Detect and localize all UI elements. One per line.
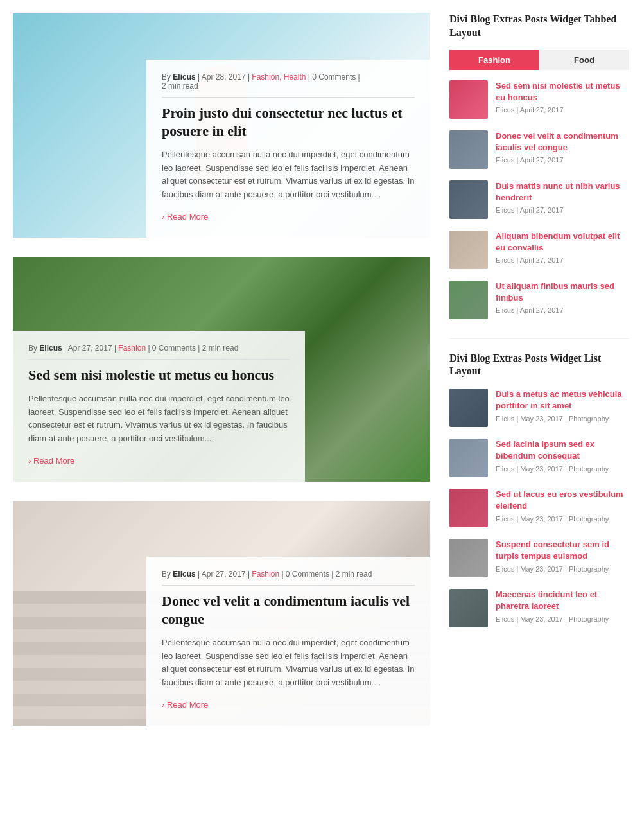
- list-post-meta-1: Elicus | May 23, 2017 | Photography: [496, 465, 629, 473]
- post-excerpt-1: Pellentesque accumsan nulla nec dui impe…: [162, 148, 415, 202]
- meta-author-2: Elicus: [39, 344, 62, 353]
- tabbed-post-item-4: Ut aliquam finibus mauris sed finibus El…: [449, 281, 629, 319]
- tabbed-thumb-2: [449, 180, 488, 219]
- list-post-item-4: Maecenas tincidunt leo et pharetra laore…: [449, 589, 629, 627]
- list-post-item-3: Suspend consectetur sem id turpis tempus…: [449, 539, 629, 577]
- list-post-title-0: Duis a metus ac metus vehicula porttitor…: [496, 389, 629, 412]
- tabbed-post-title-1: Donec vel velit a condimentum iaculis ve…: [496, 130, 629, 153]
- post-excerpt-3: Pellentesque accumsan nulla nec dui impe…: [162, 636, 415, 690]
- tab-nav: Fashion Food: [449, 50, 629, 70]
- list-post-item-1: Sed lacinia ipsum sed ex bibendum conseq…: [449, 439, 629, 477]
- list-post-meta-0: Elicus | May 23, 2017 | Photography: [496, 415, 629, 423]
- list-thumb-0: [449, 389, 488, 427]
- read-more-2[interactable]: › Read More: [28, 456, 74, 466]
- widget1-title: Divi Blog Extras Posts Widget Tabbed Lay…: [449, 13, 629, 40]
- main-content: By Elicus | Apr 28, 2017 | Fashion, Heal…: [13, 13, 430, 745]
- read-more-3[interactable]: › Read More: [162, 700, 208, 710]
- meta-categories-3[interactable]: Fashion: [252, 570, 279, 579]
- widget2-title: Divi Blog Extras Posts Widget List Layou…: [449, 352, 629, 379]
- list-thumb-3: [449, 539, 488, 577]
- tabbed-thumb-1: [449, 130, 488, 169]
- tabbed-post-item-1: Donec vel velit a condimentum iaculis ve…: [449, 130, 629, 169]
- tabbed-post-meta-4: Elicus | April 27, 2017: [496, 306, 629, 314]
- widget-divider: [449, 338, 629, 339]
- post-title-1: Proin justo dui consectetur nec luctus e…: [162, 104, 415, 141]
- tabbed-thumb-0: [449, 80, 488, 119]
- list-post-item-0: Duis a metus ac metus vehicula porttitor…: [449, 389, 629, 427]
- meta-readtime-1: 2 min read: [162, 82, 198, 91]
- tab-fashion-button[interactable]: Fashion: [449, 50, 539, 70]
- post-overlay-3: By Elicus | Apr 27, 2017 | Fashion | 0 C…: [146, 557, 430, 726]
- tabbed-post-title-0: Sed sem nisi molestie ut metus eu honcus: [496, 80, 629, 103]
- widget-tabbed: Divi Blog Extras Posts Widget Tabbed Lay…: [449, 13, 629, 319]
- tabbed-post-title-2: Duis mattis nunc ut nibh varius hendreri…: [496, 180, 629, 204]
- post-overlay-1: By Elicus | Apr 28, 2017 | Fashion, Heal…: [146, 60, 430, 238]
- tabbed-post-meta-1: Elicus | April 27, 2017: [496, 156, 629, 164]
- tabbed-post-title-3: Aliquam bibendum volutpat elit eu conval…: [496, 231, 629, 254]
- meta-author-3: Elicus: [173, 570, 195, 579]
- tabbed-posts-list: Sed sem nisi molestie ut metus eu honcus…: [449, 80, 629, 319]
- meta-by-1: By: [162, 73, 173, 82]
- post-card-3: By Elicus | Apr 27, 2017 | Fashion | 0 C…: [13, 501, 430, 726]
- post-excerpt-2: Pellentesque accumsan nulla nec dui impe…: [28, 392, 290, 446]
- meta-comments-2: 0 Comments: [152, 344, 196, 353]
- tabbed-post-title-4: Ut aliquam finibus mauris sed finibus: [496, 281, 629, 304]
- post-card-1: By Elicus | Apr 28, 2017 | Fashion, Heal…: [13, 13, 430, 238]
- tabbed-post-item-3: Aliquam bibendum volutpat elit eu conval…: [449, 231, 629, 269]
- list-post-title-1: Sed lacinia ipsum sed ex bibendum conseq…: [496, 439, 629, 462]
- list-posts-container: Duis a metus ac metus vehicula porttitor…: [449, 389, 629, 627]
- post-overlay-2: By Elicus | Apr 27, 2017 | Fashion | 0 C…: [13, 331, 305, 482]
- list-post-meta-4: Elicus | May 23, 2017 | Photography: [496, 615, 629, 623]
- page-wrapper: By Elicus | Apr 28, 2017 | Fashion, Heal…: [0, 0, 642, 758]
- tabbed-thumb-4: [449, 281, 488, 319]
- meta-categories-2[interactable]: Fashion: [118, 344, 146, 353]
- meta-readtime-3: 2 min read: [336, 570, 372, 579]
- post-meta-3: By Elicus | Apr 27, 2017 | Fashion | 0 C…: [162, 570, 415, 586]
- tabbed-post-meta-2: Elicus | April 27, 2017: [496, 206, 629, 214]
- list-post-meta-2: Elicus | May 23, 2017 | Photography: [496, 515, 629, 523]
- tabbed-post-meta-3: Elicus | April 27, 2017: [496, 256, 629, 264]
- tabbed-thumb-3: [449, 231, 488, 269]
- tabbed-post-item-2: Duis mattis nunc ut nibh varius hendreri…: [449, 180, 629, 219]
- list-thumb-4: [449, 589, 488, 627]
- widget-list: Divi Blog Extras Posts Widget List Layou…: [449, 352, 629, 628]
- list-post-meta-3: Elicus | May 23, 2017 | Photography: [496, 565, 629, 573]
- post-meta-1: By Elicus | Apr 28, 2017 | Fashion, Heal…: [162, 73, 415, 98]
- list-post-item-2: Sed ut lacus eu eros vestibulum eleifend…: [449, 489, 629, 527]
- tab-food-button[interactable]: Food: [539, 50, 629, 70]
- meta-categories-1[interactable]: Fashion, Health: [252, 73, 306, 82]
- list-post-title-3: Suspend consectetur sem id turpis tempus…: [496, 539, 629, 562]
- meta-date-1: Apr 28, 2017: [202, 73, 246, 82]
- post-title-2: Sed sem nisi molestie ut metus eu honcus: [28, 366, 290, 385]
- read-more-1[interactable]: › Read More: [162, 212, 208, 222]
- post-card-2: By Elicus | Apr 27, 2017 | Fashion | 0 C…: [13, 257, 430, 482]
- tabbed-post-item-0: Sed sem nisi molestie ut metus eu honcus…: [449, 80, 629, 119]
- post-title-3: Donec vel velit a condimentum iaculis ve…: [162, 592, 415, 629]
- meta-date-2: Apr 27, 2017: [68, 344, 112, 353]
- tabbed-post-meta-0: Elicus | April 27, 2017: [496, 106, 629, 114]
- meta-readtime-2: 2 min read: [202, 344, 239, 353]
- post-meta-2: By Elicus | Apr 27, 2017 | Fashion | 0 C…: [28, 344, 290, 360]
- list-post-title-2: Sed ut lacus eu eros vestibulum eleifend: [496, 489, 629, 512]
- sidebar: Divi Blog Extras Posts Widget Tabbed Lay…: [449, 13, 629, 745]
- list-thumb-2: [449, 489, 488, 527]
- meta-comments-1: 0 Comments: [312, 73, 356, 82]
- list-post-title-4: Maecenas tincidunt leo et pharetra laore…: [496, 589, 629, 612]
- meta-author-1: Elicus: [173, 73, 195, 82]
- list-thumb-1: [449, 439, 488, 477]
- meta-date-3: Apr 27, 2017: [202, 570, 246, 579]
- meta-comments-3: 0 Comments: [286, 570, 329, 579]
